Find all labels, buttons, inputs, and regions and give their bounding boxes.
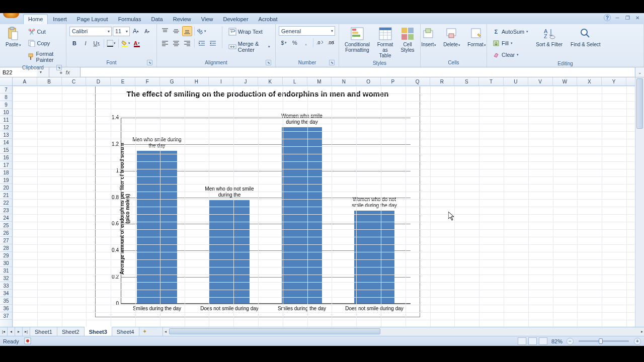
close-icon[interactable]: ✕ bbox=[634, 14, 641, 21]
column-header[interactable]: Y bbox=[602, 77, 626, 85]
column-header[interactable]: Q bbox=[406, 77, 430, 85]
row-header[interactable]: 27 bbox=[0, 237, 12, 244]
row-header[interactable]: 16 bbox=[0, 154, 12, 161]
column-header[interactable]: U bbox=[504, 77, 528, 85]
font-size-select[interactable]: 11▾ bbox=[113, 27, 130, 36]
tab-home[interactable]: Home bbox=[23, 14, 48, 24]
sheet-nav-first[interactable]: |◂ bbox=[0, 327, 8, 336]
italic-button[interactable]: I bbox=[80, 38, 91, 48]
sort-filter-button[interactable]: AZSort & Filter bbox=[533, 25, 565, 49]
page-break-view-button[interactable] bbox=[539, 337, 547, 345]
row-header[interactable]: 8 bbox=[0, 94, 12, 101]
column-header[interactable]: P bbox=[381, 77, 406, 85]
row-header[interactable]: 34 bbox=[0, 290, 12, 297]
align-middle-button[interactable] bbox=[171, 26, 181, 36]
clipboard-launcher[interactable]: ⬊ bbox=[56, 65, 62, 70]
fx-icon[interactable]: fx bbox=[66, 69, 70, 75]
row-header[interactable]: 24 bbox=[0, 214, 12, 222]
macro-record-icon[interactable] bbox=[24, 337, 31, 345]
normal-view-button[interactable] bbox=[518, 337, 526, 345]
tab-view[interactable]: View bbox=[196, 14, 218, 24]
row-header[interactable]: 20 bbox=[0, 184, 12, 192]
column-header[interactable]: C bbox=[62, 77, 87, 85]
office-button[interactable] bbox=[3, 13, 19, 18]
column-header[interactable]: M bbox=[307, 77, 332, 85]
decrease-indent-button[interactable] bbox=[197, 38, 207, 48]
minimize-icon[interactable]: ─ bbox=[614, 14, 621, 21]
sheet-tab-sheet4[interactable]: Sheet4 bbox=[112, 327, 139, 336]
row-header[interactable]: 12 bbox=[0, 124, 12, 131]
tab-developer[interactable]: Developer bbox=[218, 14, 253, 24]
tab-review[interactable]: Review bbox=[168, 14, 196, 24]
copy-button[interactable]: Copy bbox=[26, 38, 63, 49]
column-header[interactable]: I bbox=[209, 77, 233, 85]
align-bottom-button[interactable] bbox=[182, 26, 192, 36]
row-header[interactable]: 29 bbox=[0, 252, 12, 259]
row-header[interactable]: 7 bbox=[0, 86, 12, 94]
formula-input[interactable] bbox=[81, 68, 634, 76]
row-header[interactable]: 22 bbox=[0, 199, 12, 207]
sheet-tab-sheet2[interactable]: Sheet2 bbox=[57, 327, 85, 336]
find-select-button[interactable]: Find & Select bbox=[568, 25, 603, 49]
row-header[interactable]: 23 bbox=[0, 207, 12, 214]
column-header[interactable]: R bbox=[430, 77, 455, 85]
wrap-text-button[interactable]: Wrap Text bbox=[226, 26, 272, 37]
formula-bar-expand[interactable]: ⌄ bbox=[635, 67, 644, 77]
row-header[interactable]: 21 bbox=[0, 192, 12, 199]
column-header[interactable]: W bbox=[553, 77, 578, 85]
tab-data[interactable]: Data bbox=[146, 14, 168, 24]
column-header[interactable]: T bbox=[479, 77, 504, 85]
format-as-table-button[interactable]: Format as Table bbox=[374, 25, 396, 60]
orientation-button[interactable]: ab▾ bbox=[197, 26, 207, 36]
row-header[interactable]: 26 bbox=[0, 229, 12, 237]
sheet-tab-sheet1[interactable]: Sheet1 bbox=[30, 327, 57, 336]
fill-color-button[interactable]: ▾ bbox=[121, 38, 131, 48]
sheet-nav-prev[interactable]: ◂ bbox=[8, 327, 15, 336]
horizontal-scrollbar[interactable]: ◂ ▸ bbox=[163, 327, 644, 336]
column-header[interactable]: O bbox=[356, 77, 381, 85]
embedded-chart[interactable]: The effect of smiling on the production … bbox=[95, 86, 420, 317]
sheet-nav-last[interactable]: ▸| bbox=[23, 327, 30, 336]
column-header[interactable]: A bbox=[13, 77, 37, 85]
increase-decimal-button[interactable]: .0 bbox=[315, 38, 326, 48]
row-header[interactable]: 9 bbox=[0, 101, 12, 109]
column-header[interactable]: G bbox=[160, 77, 185, 85]
alignment-launcher[interactable]: ⬊ bbox=[266, 60, 271, 65]
row-header[interactable]: 37 bbox=[0, 312, 12, 320]
shrink-font-button[interactable]: A▾ bbox=[142, 26, 152, 36]
column-header[interactable]: F bbox=[135, 77, 160, 85]
autosum-button[interactable]: ΣAutoSum▾ bbox=[490, 26, 530, 37]
column-header[interactable]: K bbox=[258, 77, 283, 85]
row-header[interactable]: 32 bbox=[0, 275, 12, 282]
font-color-button[interactable]: A▾ bbox=[132, 38, 142, 48]
row-header[interactable]: 30 bbox=[0, 259, 12, 267]
column-header[interactable]: H bbox=[185, 77, 209, 85]
row-header[interactable]: 14 bbox=[0, 139, 12, 146]
row-header[interactable]: 17 bbox=[0, 161, 12, 169]
column-header[interactable]: S bbox=[454, 77, 479, 85]
delete-cells-button[interactable]: Delete▾ bbox=[441, 25, 463, 49]
bold-button[interactable]: B bbox=[69, 38, 79, 48]
vertical-scrollbar[interactable] bbox=[635, 77, 644, 327]
border-button[interactable]: ▾ bbox=[106, 38, 116, 48]
row-header[interactable]: 31 bbox=[0, 267, 12, 275]
row-header[interactable]: 19 bbox=[0, 176, 12, 184]
cell-styles-button[interactable]: Cell Styles bbox=[398, 25, 417, 54]
underline-button[interactable]: U▾ bbox=[92, 38, 102, 48]
column-header[interactable]: V bbox=[528, 77, 553, 85]
merge-center-button[interactable]: Merge & Center▾ bbox=[226, 39, 272, 54]
decrease-decimal-button[interactable]: .00 bbox=[327, 38, 337, 48]
format-painter-button[interactable]: Format Painter bbox=[26, 49, 63, 64]
column-header[interactable]: L bbox=[283, 77, 307, 85]
number-format-select[interactable]: General▾ bbox=[279, 26, 335, 36]
percent-button[interactable]: % bbox=[290, 38, 300, 48]
column-header[interactable]: E bbox=[111, 77, 135, 85]
row-header[interactable]: 28 bbox=[0, 244, 12, 252]
row-header[interactable]: 11 bbox=[0, 116, 12, 124]
insert-cells-button[interactable]: Insert▾ bbox=[419, 25, 439, 49]
tab-page-layout[interactable]: Page Layout bbox=[72, 14, 113, 24]
page-layout-view-button[interactable] bbox=[528, 337, 537, 345]
row-header[interactable]: 10 bbox=[0, 109, 12, 116]
increase-indent-button[interactable] bbox=[208, 38, 218, 48]
row-header[interactable]: 18 bbox=[0, 169, 12, 176]
